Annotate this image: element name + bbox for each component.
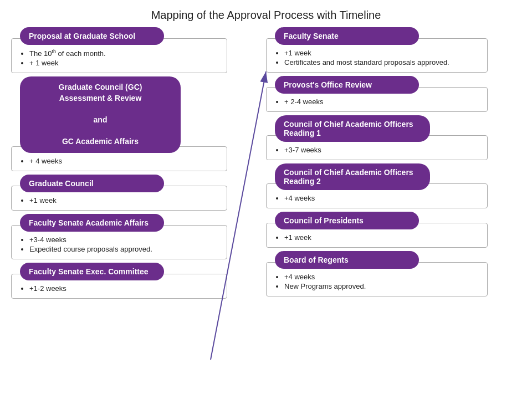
step-board-regents: Board of Regents +4 weeks New Programs a… xyxy=(266,251,488,296)
step-provost: Provost's Office Review + 2-4 weeks xyxy=(266,76,488,112)
step-gc-review-label: Graduate Council (GC)Assessment & Review… xyxy=(20,76,181,153)
step-graduate-council-label: Graduate Council xyxy=(20,175,164,192)
step-proposal: Proposal at Graduate School The 10th of … xyxy=(11,27,227,73)
step-ccao-r1-label: Council of Chief Academic Officers Readi… xyxy=(275,115,430,142)
step-provost-label: Provost's Office Review xyxy=(275,76,419,94)
step-board-regents-label: Board of Regents xyxy=(275,251,419,269)
step-faculty-senate: Faculty Senate +1 week Certificates and … xyxy=(266,27,488,73)
step-gc-review: Graduate Council (GC)Assessment & Review… xyxy=(11,76,227,171)
step-faculty-senate-label: Faculty Senate xyxy=(275,27,419,45)
page-title: Mapping of the Approval Process with Tim… xyxy=(0,0,532,27)
step-fs-exec: Faculty Senate Exec. Committee +1-2 week… xyxy=(11,263,227,299)
left-column: Proposal at Graduate School The 10th of … xyxy=(11,27,233,302)
step-ccao-r2: Council of Chief Academic Officers Readi… xyxy=(266,163,488,208)
step-graduate-council: Graduate Council +1 week xyxy=(11,175,227,211)
right-column: Faculty Senate +1 week Certificates and … xyxy=(266,27,488,302)
step-proposal-label: Proposal at Graduate School xyxy=(20,27,164,45)
step-council-presidents-label: Council of Presidents xyxy=(275,212,419,229)
step-fs-exec-label: Faculty Senate Exec. Committee xyxy=(20,263,164,280)
step-ccao-r2-label: Council of Chief Academic Officers Readi… xyxy=(275,163,430,190)
step-ccao-r1: Council of Chief Academic Officers Readi… xyxy=(266,115,488,160)
step-council-presidents: Council of Presidents +1 week xyxy=(266,212,488,248)
step-fs-academic-label: Faculty Senate Academic Affairs xyxy=(20,214,164,232)
step-fs-academic: Faculty Senate Academic Affairs +3-4 wee… xyxy=(11,214,227,259)
